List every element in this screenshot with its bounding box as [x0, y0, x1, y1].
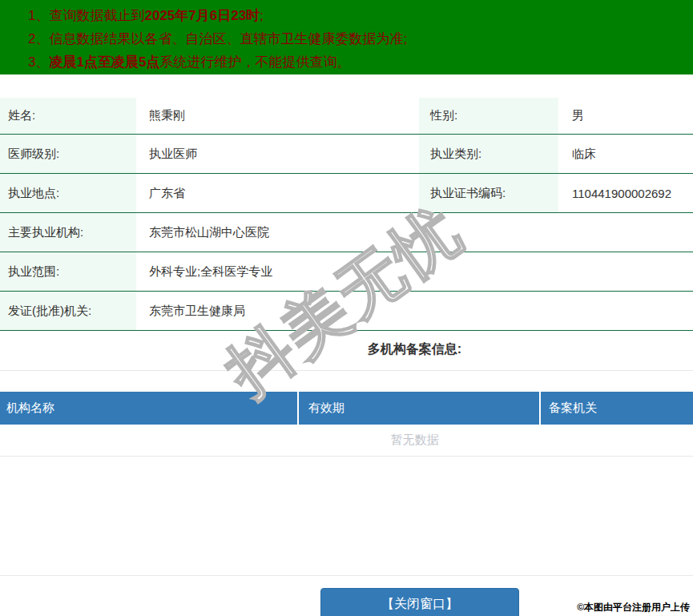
- close-window-button[interactable]: 【关闭窗口】: [320, 588, 519, 616]
- table-row: 发证(批准)机关: 东莞市卫生健康局: [0, 292, 693, 331]
- filing-table-header: 机构名称 有效期 备案机关: [0, 392, 693, 425]
- field-label: 姓名:: [0, 98, 136, 134]
- field-label: 执业地点:: [0, 174, 136, 212]
- column-header-validity: 有效期: [297, 392, 539, 425]
- table-row: 执业范围: 外科专业;全科医学专业: [0, 252, 693, 292]
- notice-line: 2、信息数据结果以各省、自治区、直辖市卫生健康委数据为准;: [28, 27, 693, 50]
- table-row: 主要执业机构: 东莞市松山湖中心医院: [0, 213, 693, 252]
- content-spacer: [0, 457, 693, 575]
- notice-text-bold: 凌晨1点至凌晨5点: [49, 54, 159, 70]
- field-label: 医师级别:: [0, 135, 136, 173]
- notice-text-bold: 2025年7月6日23时: [144, 8, 260, 23]
- field-label: 执业范围:: [0, 252, 136, 291]
- notice-line: 1、查询数据截止到2025年7月6日23时;: [28, 4, 693, 27]
- field-value: 熊秉刚: [136, 98, 419, 134]
- field-value: 东莞市卫生健康局: [136, 292, 693, 330]
- filing-section-title: 多机构备案信息:: [0, 331, 693, 371]
- notice-text: 信息数据结果以各省、自治区、直辖市卫生健康委数据为准;: [49, 31, 407, 46]
- notice-text: ;: [260, 8, 264, 23]
- field-value: 东莞市松山湖中心医院: [136, 213, 693, 252]
- notice-banner: 1、查询数据截止到2025年7月6日23时; 2、信息数据结果以各省、自治区、直…: [0, 0, 693, 74]
- table-row: 姓名: 熊秉刚 性别: 男: [0, 98, 693, 135]
- notice-number: 3、: [28, 54, 49, 70]
- field-value: 110441900002692: [558, 174, 693, 212]
- field-label: 执业类别:: [419, 135, 558, 173]
- field-value: 男: [558, 98, 693, 134]
- column-header-institution: 机构名称: [0, 392, 297, 425]
- field-label: 执业证书编码:: [419, 174, 558, 212]
- table-row: 执业地点: 广东省 执业证书编码: 110441900002692: [0, 174, 693, 213]
- notice-text: 查询数据截止到: [49, 8, 144, 23]
- notice-number: 1、: [28, 8, 49, 23]
- field-value: 临床: [558, 135, 693, 173]
- notice-text: 系统进行维护，不能提供查询。: [159, 54, 350, 70]
- doctor-info-table: 姓名: 熊秉刚 性别: 男 医师级别: 执业医师 执业类别: 临床 执业地点: …: [0, 98, 693, 331]
- field-value: 执业医师: [136, 135, 419, 173]
- copyright-stamp: ©本图由平台注册用户上传: [577, 601, 690, 614]
- table-row: 医师级别: 执业医师 执业类别: 临床: [0, 135, 693, 174]
- field-label: 性别:: [419, 98, 558, 134]
- field-value: 广东省: [136, 174, 419, 212]
- field-value: 外科专业;全科医学专业: [136, 252, 693, 291]
- empty-data-row: 暂无数据: [0, 425, 693, 457]
- column-header-authority: 备案机关: [539, 392, 693, 425]
- notice-line: 3、凌晨1点至凌晨5点系统进行维护，不能提供查询。: [28, 50, 693, 74]
- field-label: 主要执业机构:: [0, 213, 136, 252]
- notice-number: 2、: [28, 31, 49, 46]
- field-label: 发证(批准)机关:: [0, 292, 136, 330]
